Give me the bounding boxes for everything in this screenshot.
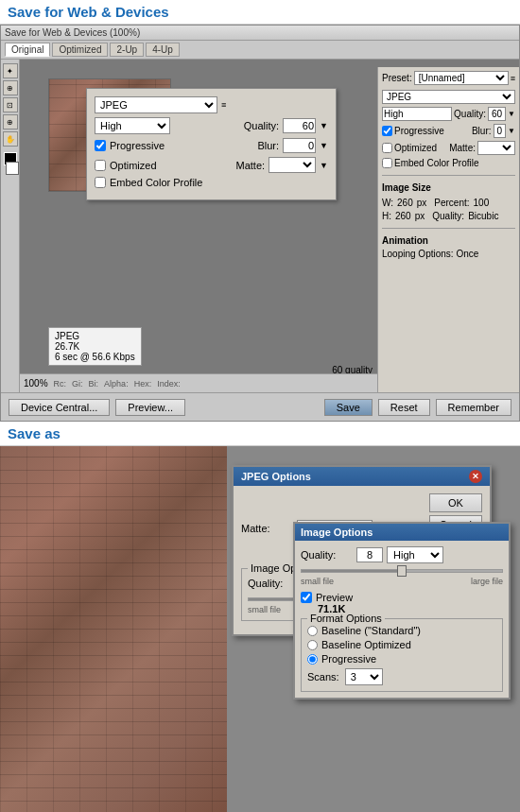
percent-value: 100 [474,198,490,208]
popup-blur-input[interactable] [283,138,316,153]
embed-color-checkbox[interactable] [382,158,392,168]
popup-menu-icon[interactable]: ≡ [221,100,226,110]
height-label: H: [382,211,391,221]
dialog-quality-label: Quality: [248,578,300,589]
format-options-title: Format Options [307,613,385,624]
matte-select[interactable] [477,141,515,155]
info-format: JPEG [55,331,135,341]
baseline-optimized-label: Baseline Optimized [321,639,411,650]
preset-select[interactable]: [Unnamed] [414,71,509,85]
popup-blur-arrow[interactable]: ▼ [320,141,328,150]
save-button[interactable]: Save [324,399,373,416]
popup-optimized-check[interactable] [95,160,106,171]
quality-slider-thumb2[interactable] [397,565,407,577]
width-value: 260 [397,198,413,208]
scans-label: Scans: [307,671,339,682]
sfw-window-title: Save for Web & Devices (100%) [5,27,140,38]
dialog-matte-label: Matte: [241,523,293,534]
popup-blur-label: Blur: [257,140,279,151]
divider1 [382,175,515,176]
reset-button[interactable]: Reset [378,399,430,416]
optimized-checkbox[interactable] [382,143,392,153]
device-central-button[interactable]: Device Central... [9,399,110,416]
quality-label2: Quality: [432,211,464,221]
tab-4up[interactable]: 4-Up [146,43,180,57]
eyedropper-tool[interactable]: ⊕ [3,80,18,95]
jpeg-dialog-titlebar: JPEG Options ✕ [234,467,490,486]
format-select[interactable]: JPEG [382,90,515,104]
popup-quality-input[interactable] [283,118,316,133]
baseline-optimized-radio[interactable] [307,640,318,650]
tab-optimized[interactable]: Optimized [52,43,108,57]
dialog2-preview-checkbox[interactable] [301,592,312,603]
looping-value: Once [456,249,478,259]
sfw-window: Save for Web & Devices (100%) Original O… [0,25,520,422]
preview-button[interactable]: Preview... [115,399,185,416]
status-index: Index: [157,379,181,389]
ok-button[interactable]: OK [429,493,482,512]
optimized-label: Optimized [394,143,437,153]
progressive-checkbox[interactable] [382,126,392,136]
divider2 [382,228,515,229]
image-info-box: JPEG 26.7K 6 sec @ 56.6 Kbps [48,327,142,366]
saveas-section: Save as JPEG Options ✕ Matte: None OK [0,422,520,812]
jpeg-options-popup: JPEG ≡ High Quality: ▼ Progressive [86,88,337,200]
saveas-brick-texture [0,446,227,812]
slider-labels2: small file large file [301,577,503,586]
bg-color[interactable] [6,162,19,175]
quality-value2: Bicubic [468,211,498,221]
embed-color-label: Embed Color Profile [394,158,478,168]
baseline-standard-row: Baseline ("Standard") [307,625,496,636]
jpeg-dialog-title: JPEG Options [241,471,311,482]
popup-matte-select[interactable] [269,157,316,173]
saveas-body: JPEG Options ✕ Matte: None OK Cancel Pr [0,446,520,812]
remember-button[interactable]: Remember [436,399,511,416]
zoom-level-label: 100% [24,378,48,389]
progressive-radio[interactable] [307,654,318,665]
dialog-close-button[interactable]: ✕ [469,470,482,483]
dialog2-quality-label: Quality: [301,549,353,561]
quality-value: 60 [488,107,506,121]
quality-slider2[interactable] [301,569,503,573]
quality-arrow[interactable]: ▼ [508,110,515,118]
popup-optimized-label: Optimized [110,160,157,171]
jpeg-dialog2-titlebar: Image Options [295,524,509,541]
popup-format-row: JPEG ≡ [95,96,328,113]
popup-matte-label: Matte: [236,160,266,171]
hand-tool[interactable]: ✋ [3,131,18,147]
select-tool[interactable]: ✦ [3,63,18,78]
popup-embed-label: Embed Color Profile [110,177,202,188]
popup-quality-row: High Quality: ▼ [95,117,328,134]
popup-matte-arrow[interactable]: ▼ [320,161,328,170]
zoom-tool[interactable]: ⊕ [3,114,18,130]
info-time: 6 sec @ 56.6 Kbps [55,352,135,362]
looping-row: Looping Options: Once [382,249,515,259]
dialog2-quality-preset[interactable]: High [387,546,443,563]
preset-menu-icon[interactable]: ≡ [511,74,515,83]
popup-quality-arrow[interactable]: ▼ [320,121,328,130]
format-options-section: Format Options Baseline ("Standard") Bas… [301,618,503,692]
width-units: px [417,198,427,208]
sfw-tabs-bar: Original Optimized 2-Up 4-Up [1,41,519,60]
status-r: Rc: [54,379,67,389]
sfw-bottom-toolbar: 100% Rc: Gi: Bi: Alpha: Hex: Index: [20,373,377,392]
popup-quality-select[interactable]: High [95,117,170,134]
looping-label: Looping Options: [382,249,454,259]
scans-select[interactable]: 3 [345,668,383,685]
dialog2-quality-input[interactable] [356,547,383,562]
tab-original[interactable]: Original [5,43,50,57]
progressive-label: Progressive [394,126,444,136]
popup-format-select[interactable]: JPEG [95,96,217,113]
blur-arrow[interactable]: ▼ [508,127,515,135]
crop-tool[interactable]: ⊡ [3,97,18,112]
baseline-standard-radio[interactable] [307,626,318,636]
status-alpha: Alpha: [104,379,129,389]
sfw-body: ✦ ⊕ ⊡ ⊕ ✋ JPEG 26.7K 6 sec @ 56.6 Kbps [1,60,519,413]
dialog2-preview-label: Preview [316,592,353,603]
blur-label: Blur: [472,126,492,136]
popup-embed-check[interactable] [95,177,106,188]
matte-label: Matte: [449,143,476,153]
tab-2up[interactable]: 2-Up [110,43,144,57]
popup-progressive-check[interactable] [95,140,106,151]
animation-header: Animation [382,235,515,246]
